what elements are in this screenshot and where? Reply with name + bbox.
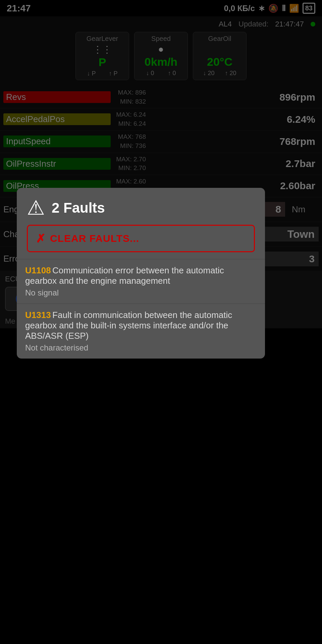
modal-title: 2 Faults — [52, 200, 105, 216]
modal-header: ⚠ 2 Faults — [17, 188, 265, 225]
warning-icon: ⚠ — [27, 198, 45, 218]
fault-desc-2: Fault in communication between the autom… — [25, 310, 232, 341]
clear-faults-button[interactable]: ✗ CLEAR FAULTS... — [27, 225, 255, 252]
fault-modal: ⚠ 2 Faults ✗ CLEAR FAULTS... U1108 Commu… — [17, 188, 265, 359]
fault-code-2: U1313 — [25, 310, 51, 320]
fault-item-1: U1108 Communication error between the au… — [17, 259, 265, 304]
fault-status-1: No signal — [25, 288, 257, 298]
fault-item-2: U1313 Fault in communication between the… — [17, 304, 265, 359]
fault-desc-1: Communication error between the automati… — [25, 265, 224, 286]
clear-faults-label: CLEAR FAULTS... — [50, 233, 139, 244]
clear-faults-icon: ✗ — [36, 232, 45, 245]
fault-status-2: Not characterised — [25, 343, 257, 353]
fault-code-1: U1108 — [25, 265, 51, 275]
